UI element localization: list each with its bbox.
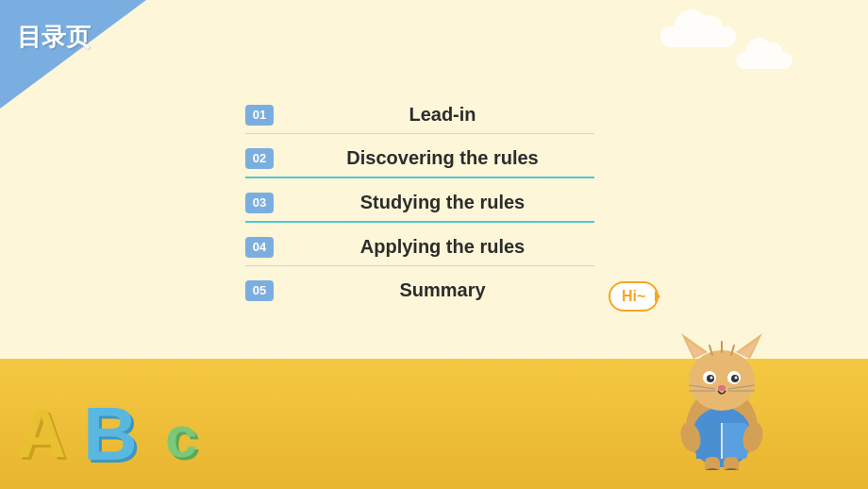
svg-point-11 — [689, 350, 755, 411]
svg-point-25 — [718, 385, 726, 391]
item-label-1: Lead-in — [291, 104, 594, 126]
cat-svg — [660, 291, 783, 470]
menu-item-5: 05 Summary — [245, 279, 594, 309]
letter-a: A — [17, 395, 66, 472]
item-label-2: Discovering the rules — [291, 147, 594, 169]
svg-point-24 — [735, 377, 738, 379]
svg-rect-5 — [705, 457, 720, 470]
letter-b: B — [83, 391, 138, 478]
item-label-4: Applying the rules — [291, 236, 594, 258]
num-badge-3: 03 — [245, 193, 274, 213]
menu-container: 01 Lead-in 02 Discovering the rules 03 S… — [245, 104, 594, 309]
cat-character: Hi~ — [660, 281, 783, 470]
num-badge-2: 02 — [245, 148, 274, 169]
num-badge-1: 01 — [245, 105, 274, 126]
menu-item-2: 02 Discovering the rules — [245, 147, 594, 178]
svg-point-23 — [710, 377, 713, 379]
menu-item-1: 01 Lead-in — [245, 104, 594, 134]
cloud-2 — [736, 52, 793, 69]
num-badge-5: 05 — [245, 280, 274, 301]
menu-item-3: 03 Studying the rules — [245, 192, 594, 223]
item-label-5: Summary — [291, 279, 594, 301]
item-label-3: Studying the rules — [291, 192, 594, 213]
letter-c: c — [165, 403, 197, 470]
svg-rect-6 — [724, 457, 739, 470]
speech-bubble: Hi~ — [609, 281, 659, 312]
banner-label: 目录页 — [17, 21, 91, 54]
menu-item-4: 04 Applying the rules — [245, 236, 594, 266]
num-badge-4: 04 — [245, 237, 274, 258]
cloud-1 — [660, 26, 736, 47]
